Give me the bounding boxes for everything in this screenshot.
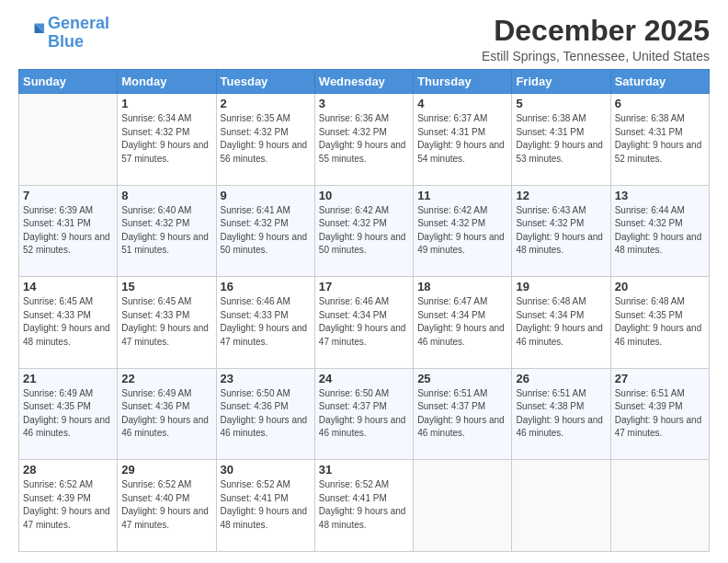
calendar-cell [19,94,118,186]
day-number: 21 [23,372,113,385]
day-info: Sunrise: 6:46 AMSunset: 4:33 PMDaylight:… [221,295,311,349]
day-number: 22 [121,372,211,385]
day-info: Sunrise: 6:45 AMSunset: 4:33 PMDaylight:… [23,295,113,349]
day-number: 11 [417,189,507,202]
day-number: 18 [417,280,507,293]
calendar-cell: 19Sunrise: 6:48 AMSunset: 4:34 PMDayligh… [512,277,610,369]
day-number: 13 [615,189,705,202]
day-number: 10 [319,189,409,202]
calendar-cell: 1Sunrise: 6:34 AMSunset: 4:32 PMDaylight… [118,94,216,186]
weekday-header: Saturday [610,70,709,94]
day-info: Sunrise: 6:42 AMSunset: 4:32 PMDaylight:… [319,204,409,258]
day-info: Sunrise: 6:49 AMSunset: 4:35 PMDaylight:… [23,387,113,441]
logo-text: General Blue [48,15,109,52]
day-info: Sunrise: 6:50 AMSunset: 4:37 PMDaylight:… [319,387,409,441]
day-info: Sunrise: 6:37 AMSunset: 4:31 PMDaylight:… [417,112,507,166]
calendar-week-row: 1Sunrise: 6:34 AMSunset: 4:32 PMDaylight… [19,94,710,186]
day-number: 31 [319,463,409,477]
day-info: Sunrise: 6:38 AMSunset: 4:31 PMDaylight:… [516,112,606,166]
day-info: Sunrise: 6:48 AMSunset: 4:35 PMDaylight:… [615,295,705,349]
day-number: 28 [23,463,113,477]
calendar-cell: 21Sunrise: 6:49 AMSunset: 4:35 PMDayligh… [19,368,118,460]
calendar-cell: 28Sunrise: 6:52 AMSunset: 4:39 PMDayligh… [19,460,118,552]
day-info: Sunrise: 6:51 AMSunset: 4:39 PMDaylight:… [615,387,705,441]
day-info: Sunrise: 6:52 AMSunset: 4:39 PMDaylight:… [23,478,113,532]
calendar-cell: 7Sunrise: 6:39 AMSunset: 4:31 PMDaylight… [19,185,118,277]
calendar-header-row: SundayMondayTuesdayWednesdayThursdayFrid… [19,70,710,94]
day-info: Sunrise: 6:44 AMSunset: 4:32 PMDaylight:… [615,204,705,258]
day-info: Sunrise: 6:42 AMSunset: 4:32 PMDaylight:… [417,204,507,258]
day-number: 2 [221,97,311,110]
calendar-cell: 18Sunrise: 6:47 AMSunset: 4:34 PMDayligh… [414,277,512,369]
logo-line2: Blue [48,32,84,51]
day-number: 12 [516,189,606,202]
calendar-cell: 9Sunrise: 6:41 AMSunset: 4:32 PMDaylight… [216,185,314,277]
day-info: Sunrise: 6:47 AMSunset: 4:34 PMDaylight:… [417,295,507,349]
weekday-header: Friday [512,70,610,94]
calendar-cell: 29Sunrise: 6:52 AMSunset: 4:40 PMDayligh… [118,460,216,552]
weekday-header: Tuesday [216,70,314,94]
calendar-cell: 26Sunrise: 6:51 AMSunset: 4:38 PMDayligh… [512,368,610,460]
day-info: Sunrise: 6:50 AMSunset: 4:36 PMDaylight:… [221,387,311,441]
day-number: 9 [221,189,311,202]
calendar-cell: 5Sunrise: 6:38 AMSunset: 4:31 PMDaylight… [512,94,610,186]
day-number: 19 [516,280,606,293]
calendar-cell: 11Sunrise: 6:42 AMSunset: 4:32 PMDayligh… [414,185,512,277]
day-number: 3 [319,97,409,110]
day-number: 5 [516,97,606,110]
day-number: 29 [121,463,211,477]
calendar-cell [512,460,610,552]
calendar-cell: 31Sunrise: 6:52 AMSunset: 4:41 PMDayligh… [314,460,413,552]
day-number: 14 [23,280,113,293]
day-info: Sunrise: 6:39 AMSunset: 4:31 PMDaylight:… [23,204,113,258]
calendar-cell: 25Sunrise: 6:51 AMSunset: 4:37 PMDayligh… [414,368,512,460]
day-info: Sunrise: 6:40 AMSunset: 4:32 PMDaylight:… [121,204,211,258]
calendar-cell: 4Sunrise: 6:37 AMSunset: 4:31 PMDaylight… [414,94,512,186]
calendar-table: SundayMondayTuesdayWednesdayThursdayFrid… [18,69,710,552]
calendar-week-row: 28Sunrise: 6:52 AMSunset: 4:39 PMDayligh… [19,460,710,552]
logo-icon [18,20,44,46]
logo: General Blue [18,15,109,52]
day-number: 4 [417,97,507,110]
day-info: Sunrise: 6:52 AMSunset: 4:41 PMDaylight:… [221,478,311,532]
calendar-cell: 24Sunrise: 6:50 AMSunset: 4:37 PMDayligh… [314,368,413,460]
day-number: 7 [23,189,113,202]
calendar-cell: 20Sunrise: 6:48 AMSunset: 4:35 PMDayligh… [610,277,709,369]
weekday-header: Wednesday [314,70,413,94]
calendar-cell: 27Sunrise: 6:51 AMSunset: 4:39 PMDayligh… [610,368,709,460]
day-number: 30 [221,463,311,477]
title-block: December 2025 Estill Springs, Tennessee,… [482,15,710,63]
day-info: Sunrise: 6:34 AMSunset: 4:32 PMDaylight:… [121,112,211,166]
calendar-cell: 30Sunrise: 6:52 AMSunset: 4:41 PMDayligh… [216,460,314,552]
calendar-cell: 10Sunrise: 6:42 AMSunset: 4:32 PMDayligh… [314,185,413,277]
day-info: Sunrise: 6:51 AMSunset: 4:37 PMDaylight:… [417,387,507,441]
calendar-cell: 14Sunrise: 6:45 AMSunset: 4:33 PMDayligh… [19,277,118,369]
day-info: Sunrise: 6:51 AMSunset: 4:38 PMDaylight:… [516,387,606,441]
subtitle: Estill Springs, Tennessee, United States [482,49,710,63]
weekday-header: Sunday [19,70,118,94]
calendar-week-row: 7Sunrise: 6:39 AMSunset: 4:31 PMDaylight… [19,185,710,277]
calendar-cell: 13Sunrise: 6:44 AMSunset: 4:32 PMDayligh… [610,185,709,277]
day-info: Sunrise: 6:35 AMSunset: 4:32 PMDaylight:… [221,112,311,166]
calendar-cell: 2Sunrise: 6:35 AMSunset: 4:32 PMDaylight… [216,94,314,186]
calendar-cell: 15Sunrise: 6:45 AMSunset: 4:33 PMDayligh… [118,277,216,369]
calendar-week-row: 14Sunrise: 6:45 AMSunset: 4:33 PMDayligh… [19,277,710,369]
day-info: Sunrise: 6:52 AMSunset: 4:41 PMDaylight:… [319,478,409,532]
day-number: 24 [319,372,409,385]
day-info: Sunrise: 6:52 AMSunset: 4:40 PMDaylight:… [121,478,211,532]
day-info: Sunrise: 6:49 AMSunset: 4:36 PMDaylight:… [121,387,211,441]
day-info: Sunrise: 6:48 AMSunset: 4:34 PMDaylight:… [516,295,606,349]
calendar-cell: 22Sunrise: 6:49 AMSunset: 4:36 PMDayligh… [118,368,216,460]
weekday-header: Monday [118,70,216,94]
day-info: Sunrise: 6:36 AMSunset: 4:32 PMDaylight:… [319,112,409,166]
day-number: 23 [221,372,311,385]
day-info: Sunrise: 6:41 AMSunset: 4:32 PMDaylight:… [221,204,311,258]
day-info: Sunrise: 6:45 AMSunset: 4:33 PMDaylight:… [121,295,211,349]
calendar-cell [414,460,512,552]
day-number: 1 [121,97,211,110]
calendar-week-row: 21Sunrise: 6:49 AMSunset: 4:35 PMDayligh… [19,368,710,460]
calendar-cell: 6Sunrise: 6:38 AMSunset: 4:31 PMDaylight… [610,94,709,186]
day-info: Sunrise: 6:43 AMSunset: 4:32 PMDaylight:… [516,204,606,258]
day-number: 17 [319,280,409,293]
calendar-cell: 16Sunrise: 6:46 AMSunset: 4:33 PMDayligh… [216,277,314,369]
